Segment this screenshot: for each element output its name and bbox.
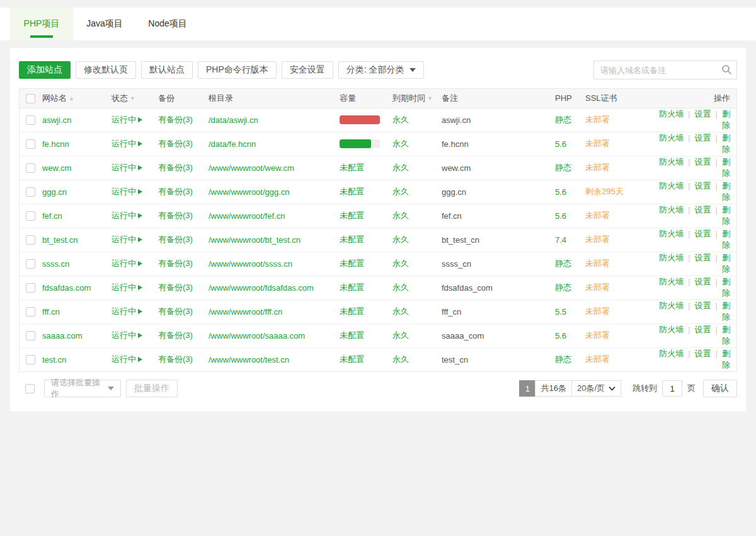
confirm-jump-button[interactable]: 确认: [703, 380, 737, 397]
category-filter-dropdown[interactable]: 分类: 全部分类: [338, 61, 424, 79]
root-path-link[interactable]: /www/wwwroot/bt_test.cn: [209, 235, 301, 245]
delete-link[interactable]: 删除: [722, 109, 730, 130]
tab-java-project[interactable]: Java项目: [73, 8, 136, 40]
remark-text[interactable]: test_cn: [442, 355, 468, 364]
delete-link[interactable]: 删除: [722, 325, 730, 346]
expire-date-link[interactable]: 永久: [392, 354, 409, 364]
remark-text[interactable]: fef.cn: [442, 211, 462, 221]
site-name-link[interactable]: saaaa.com: [42, 331, 83, 341]
delete-link[interactable]: 删除: [722, 301, 730, 322]
delete-link[interactable]: 删除: [722, 253, 730, 274]
root-path-link[interactable]: /www/wwwroot/fff.cn: [209, 307, 282, 317]
firewall-link[interactable]: 防火墙: [659, 277, 684, 286]
remark-text[interactable]: ggg.cn: [442, 187, 466, 197]
expire-date-link[interactable]: 永久: [392, 139, 409, 148]
settings-link[interactable]: 设置: [695, 229, 711, 238]
root-path-link[interactable]: /www/wwwroot/fef.cn: [209, 211, 285, 221]
batch-action-button[interactable]: 批量操作: [126, 380, 178, 397]
ssl-status-link[interactable]: 未部署: [585, 211, 610, 220]
ssl-status-link[interactable]: 未部署: [585, 283, 610, 292]
backup-link[interactable]: 有备份(3): [158, 139, 193, 148]
jump-page-input[interactable]: [662, 380, 682, 397]
security-settings-button[interactable]: 安全设置: [282, 61, 333, 79]
backup-link[interactable]: 有备份(3): [158, 211, 193, 220]
select-all-checkbox[interactable]: [26, 94, 35, 103]
capacity-config-link[interactable]: 未配置: [340, 163, 364, 172]
backup-link[interactable]: 有备份(3): [158, 115, 193, 124]
php-version-link[interactable]: 静态: [555, 163, 571, 172]
site-status-link[interactable]: 运行中: [112, 163, 142, 172]
site-status-link[interactable]: 运行中: [112, 354, 142, 364]
site-status-link[interactable]: 运行中: [112, 306, 142, 316]
site-status-link[interactable]: 运行中: [112, 211, 142, 220]
backup-link[interactable]: 有备份(3): [158, 235, 193, 244]
remark-text[interactable]: bt_test_cn: [442, 235, 479, 245]
root-path-link[interactable]: /www/wwwroot/wew.cm: [209, 163, 294, 173]
footer-select-all-checkbox[interactable]: [25, 384, 35, 393]
capacity-config-link[interactable]: 未配置: [340, 211, 364, 220]
backup-link[interactable]: 有备份(3): [158, 330, 193, 340]
per-page-select[interactable]: 20条/页: [571, 380, 621, 397]
expire-date-link[interactable]: 永久: [392, 115, 409, 124]
delete-link[interactable]: 删除: [722, 229, 730, 250]
expire-date-link[interactable]: 永久: [392, 235, 409, 244]
backup-link[interactable]: 有备份(3): [158, 354, 193, 364]
capacity-config-link[interactable]: 未配置: [340, 306, 364, 316]
settings-link[interactable]: 设置: [695, 277, 711, 286]
row-checkbox[interactable]: [26, 331, 35, 341]
settings-link[interactable]: 设置: [695, 157, 711, 166]
remark-text[interactable]: aswji.cn: [442, 115, 471, 125]
root-path-link[interactable]: /data/fe.hcnn: [209, 139, 256, 149]
php-cli-version-button[interactable]: PHP命令行版本: [198, 61, 277, 79]
column-header-expire[interactable]: 到期时间▼: [392, 89, 442, 108]
row-checkbox[interactable]: [26, 235, 35, 245]
php-version-link[interactable]: 5.5: [555, 307, 566, 317]
settings-link[interactable]: 设置: [695, 253, 711, 262]
capacity-config-link[interactable]: 未配置: [340, 235, 364, 244]
modify-default-page-button[interactable]: 修改默认页: [76, 61, 136, 79]
root-path-link[interactable]: /www/wwwroot/ggg.cn: [209, 187, 290, 197]
firewall-link[interactable]: 防火墙: [659, 301, 684, 310]
settings-link[interactable]: 设置: [695, 181, 711, 190]
backup-link[interactable]: 有备份(3): [158, 163, 193, 172]
root-path-link[interactable]: /www/wwwroot/saaaa.com: [209, 331, 305, 341]
capacity-config-link[interactable]: 未配置: [340, 330, 364, 340]
delete-link[interactable]: 删除: [722, 349, 730, 370]
tab-node-project[interactable]: Node项目: [136, 8, 199, 40]
ssl-status-link[interactable]: 未部署: [585, 115, 610, 124]
firewall-link[interactable]: 防火墙: [659, 229, 684, 238]
column-header-status[interactable]: 状态▼: [112, 89, 158, 108]
row-checkbox[interactable]: [26, 307, 35, 317]
site-name-link[interactable]: bt_test.cn: [42, 235, 77, 245]
php-version-link[interactable]: 静态: [555, 115, 571, 124]
site-status-link[interactable]: 运行中: [112, 235, 142, 244]
backup-link[interactable]: 有备份(3): [158, 306, 193, 316]
remark-text[interactable]: ssss_cn: [442, 259, 471, 269]
firewall-link[interactable]: 防火墙: [659, 253, 684, 262]
delete-link[interactable]: 删除: [722, 205, 730, 226]
search-icon[interactable]: [721, 64, 732, 77]
delete-link[interactable]: 删除: [722, 133, 730, 154]
capacity-config-link[interactable]: 未配置: [340, 283, 364, 292]
site-status-link[interactable]: 运行中: [112, 115, 142, 124]
root-path-link[interactable]: /data/aswji.cn: [209, 115, 258, 125]
column-header-name[interactable]: 网站名▲: [42, 89, 112, 108]
delete-link[interactable]: 删除: [722, 157, 730, 178]
firewall-link[interactable]: 防火墙: [659, 325, 684, 334]
site-status-link[interactable]: 运行中: [112, 187, 142, 196]
capacity-config-link[interactable]: 未配置: [340, 187, 364, 196]
search-input[interactable]: [593, 61, 737, 79]
ssl-status-link[interactable]: 未部署: [585, 163, 610, 172]
site-name-link[interactable]: fff.cn: [42, 307, 60, 317]
site-name-link[interactable]: ggg.cn: [42, 187, 67, 197]
delete-link[interactable]: 删除: [722, 277, 730, 298]
page-number-current[interactable]: 1: [519, 380, 536, 397]
site-status-link[interactable]: 运行中: [112, 139, 142, 148]
tab-php-project[interactable]: PHP项目: [10, 8, 73, 40]
ssl-status-link[interactable]: 未部署: [585, 139, 610, 148]
site-name-link[interactable]: wew.cm: [42, 163, 71, 173]
expire-date-link[interactable]: 永久: [392, 163, 409, 172]
add-site-button[interactable]: 添加站点: [19, 61, 71, 79]
settings-link[interactable]: 设置: [695, 325, 711, 334]
ssl-status-link[interactable]: 未部署: [585, 354, 610, 364]
